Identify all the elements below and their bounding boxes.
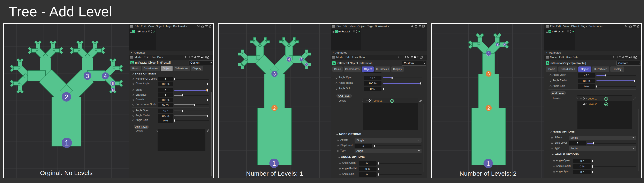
svg-text:5: 5 — [497, 43, 498, 46]
svg-text:6: 6 — [112, 88, 114, 91]
svg-text:2: 2 — [64, 93, 68, 101]
svg-text:1: 1 — [486, 160, 490, 168]
svg-text:6: 6 — [504, 43, 505, 46]
svg-text:5: 5 — [112, 82, 114, 86]
svg-text:4: 4 — [288, 57, 290, 61]
svg-text:3: 3 — [86, 73, 89, 79]
svg-text:3: 3 — [488, 72, 490, 76]
svg-text:6: 6 — [306, 63, 307, 66]
svg-text:4: 4 — [488, 51, 490, 55]
svg-text:3: 3 — [273, 71, 276, 77]
svg-text:2: 2 — [487, 105, 490, 111]
svg-text:1: 1 — [272, 160, 276, 167]
svg-text:2: 2 — [273, 105, 276, 111]
svg-text:1: 1 — [65, 139, 69, 147]
svg-text:4: 4 — [104, 73, 106, 79]
svg-text:5: 5 — [300, 58, 302, 61]
